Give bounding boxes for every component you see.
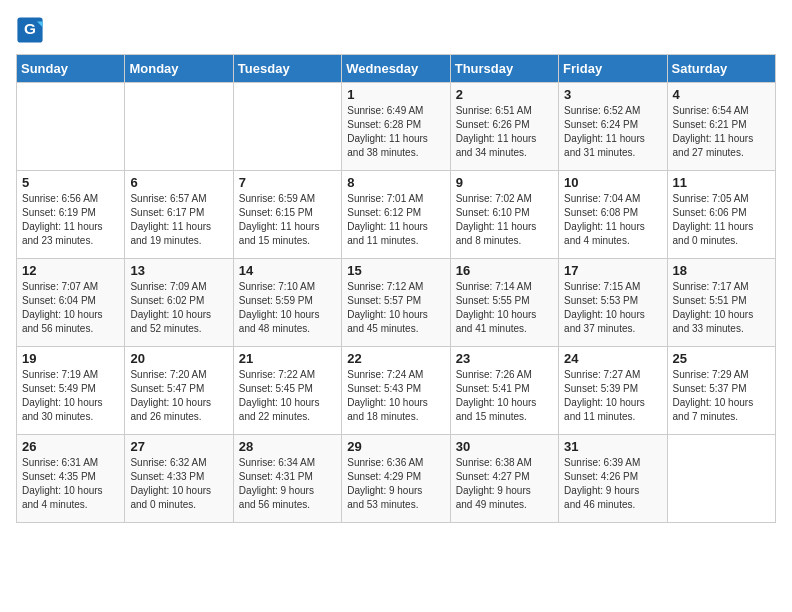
day-number: 16	[456, 263, 553, 278]
day-number: 12	[22, 263, 119, 278]
calendar-week-row: 19Sunrise: 7:19 AMSunset: 5:49 PMDayligh…	[17, 347, 776, 435]
column-header-tuesday: Tuesday	[233, 55, 341, 83]
day-info: Sunrise: 6:49 AMSunset: 6:28 PMDaylight:…	[347, 104, 444, 160]
calendar-cell: 5Sunrise: 6:56 AMSunset: 6:19 PMDaylight…	[17, 171, 125, 259]
calendar-cell: 23Sunrise: 7:26 AMSunset: 5:41 PMDayligh…	[450, 347, 558, 435]
calendar-cell: 22Sunrise: 7:24 AMSunset: 5:43 PMDayligh…	[342, 347, 450, 435]
calendar-cell: 25Sunrise: 7:29 AMSunset: 5:37 PMDayligh…	[667, 347, 775, 435]
day-info: Sunrise: 7:26 AMSunset: 5:41 PMDaylight:…	[456, 368, 553, 424]
calendar-cell: 19Sunrise: 7:19 AMSunset: 5:49 PMDayligh…	[17, 347, 125, 435]
calendar-cell: 27Sunrise: 6:32 AMSunset: 4:33 PMDayligh…	[125, 435, 233, 523]
calendar-cell: 15Sunrise: 7:12 AMSunset: 5:57 PMDayligh…	[342, 259, 450, 347]
day-info: Sunrise: 7:15 AMSunset: 5:53 PMDaylight:…	[564, 280, 661, 336]
day-number: 8	[347, 175, 444, 190]
column-header-wednesday: Wednesday	[342, 55, 450, 83]
day-number: 25	[673, 351, 770, 366]
day-info: Sunrise: 7:12 AMSunset: 5:57 PMDaylight:…	[347, 280, 444, 336]
svg-text:G: G	[24, 20, 36, 37]
day-info: Sunrise: 7:24 AMSunset: 5:43 PMDaylight:…	[347, 368, 444, 424]
day-info: Sunrise: 7:04 AMSunset: 6:08 PMDaylight:…	[564, 192, 661, 248]
column-header-friday: Friday	[559, 55, 667, 83]
day-info: Sunrise: 6:36 AMSunset: 4:29 PMDaylight:…	[347, 456, 444, 512]
day-number: 26	[22, 439, 119, 454]
day-number: 4	[673, 87, 770, 102]
calendar-cell: 7Sunrise: 6:59 AMSunset: 6:15 PMDaylight…	[233, 171, 341, 259]
day-info: Sunrise: 7:09 AMSunset: 6:02 PMDaylight:…	[130, 280, 227, 336]
day-info: Sunrise: 6:56 AMSunset: 6:19 PMDaylight:…	[22, 192, 119, 248]
day-number: 27	[130, 439, 227, 454]
day-number: 23	[456, 351, 553, 366]
day-info: Sunrise: 7:07 AMSunset: 6:04 PMDaylight:…	[22, 280, 119, 336]
calendar-cell	[667, 435, 775, 523]
day-info: Sunrise: 7:02 AMSunset: 6:10 PMDaylight:…	[456, 192, 553, 248]
day-info: Sunrise: 6:52 AMSunset: 6:24 PMDaylight:…	[564, 104, 661, 160]
calendar-cell: 20Sunrise: 7:20 AMSunset: 5:47 PMDayligh…	[125, 347, 233, 435]
day-number: 13	[130, 263, 227, 278]
day-number: 14	[239, 263, 336, 278]
day-number: 19	[22, 351, 119, 366]
day-info: Sunrise: 7:10 AMSunset: 5:59 PMDaylight:…	[239, 280, 336, 336]
day-number: 11	[673, 175, 770, 190]
calendar-cell: 21Sunrise: 7:22 AMSunset: 5:45 PMDayligh…	[233, 347, 341, 435]
column-header-saturday: Saturday	[667, 55, 775, 83]
calendar-cell: 26Sunrise: 6:31 AMSunset: 4:35 PMDayligh…	[17, 435, 125, 523]
day-info: Sunrise: 7:17 AMSunset: 5:51 PMDaylight:…	[673, 280, 770, 336]
day-number: 20	[130, 351, 227, 366]
calendar-cell: 31Sunrise: 6:39 AMSunset: 4:26 PMDayligh…	[559, 435, 667, 523]
calendar-week-row: 26Sunrise: 6:31 AMSunset: 4:35 PMDayligh…	[17, 435, 776, 523]
day-number: 22	[347, 351, 444, 366]
calendar-cell	[17, 83, 125, 171]
day-info: Sunrise: 7:29 AMSunset: 5:37 PMDaylight:…	[673, 368, 770, 424]
day-info: Sunrise: 6:39 AMSunset: 4:26 PMDaylight:…	[564, 456, 661, 512]
logo-icon: G	[16, 16, 44, 44]
calendar-cell	[125, 83, 233, 171]
day-number: 31	[564, 439, 661, 454]
day-info: Sunrise: 7:22 AMSunset: 5:45 PMDaylight:…	[239, 368, 336, 424]
day-info: Sunrise: 6:34 AMSunset: 4:31 PMDaylight:…	[239, 456, 336, 512]
column-header-monday: Monday	[125, 55, 233, 83]
calendar-cell: 24Sunrise: 7:27 AMSunset: 5:39 PMDayligh…	[559, 347, 667, 435]
calendar-week-row: 12Sunrise: 7:07 AMSunset: 6:04 PMDayligh…	[17, 259, 776, 347]
calendar-cell	[233, 83, 341, 171]
page-header: G	[16, 16, 776, 44]
day-info: Sunrise: 6:38 AMSunset: 4:27 PMDaylight:…	[456, 456, 553, 512]
day-number: 18	[673, 263, 770, 278]
day-number: 10	[564, 175, 661, 190]
calendar-cell: 2Sunrise: 6:51 AMSunset: 6:26 PMDaylight…	[450, 83, 558, 171]
calendar-table: SundayMondayTuesdayWednesdayThursdayFrid…	[16, 54, 776, 523]
calendar-cell: 14Sunrise: 7:10 AMSunset: 5:59 PMDayligh…	[233, 259, 341, 347]
day-info: Sunrise: 7:19 AMSunset: 5:49 PMDaylight:…	[22, 368, 119, 424]
calendar-header-row: SundayMondayTuesdayWednesdayThursdayFrid…	[17, 55, 776, 83]
calendar-cell: 16Sunrise: 7:14 AMSunset: 5:55 PMDayligh…	[450, 259, 558, 347]
calendar-cell: 18Sunrise: 7:17 AMSunset: 5:51 PMDayligh…	[667, 259, 775, 347]
day-number: 28	[239, 439, 336, 454]
day-info: Sunrise: 7:27 AMSunset: 5:39 PMDaylight:…	[564, 368, 661, 424]
calendar-cell: 4Sunrise: 6:54 AMSunset: 6:21 PMDaylight…	[667, 83, 775, 171]
calendar-cell: 12Sunrise: 7:07 AMSunset: 6:04 PMDayligh…	[17, 259, 125, 347]
day-info: Sunrise: 7:20 AMSunset: 5:47 PMDaylight:…	[130, 368, 227, 424]
day-number: 5	[22, 175, 119, 190]
day-number: 17	[564, 263, 661, 278]
calendar-cell: 1Sunrise: 6:49 AMSunset: 6:28 PMDaylight…	[342, 83, 450, 171]
calendar-cell: 3Sunrise: 6:52 AMSunset: 6:24 PMDaylight…	[559, 83, 667, 171]
calendar-cell: 10Sunrise: 7:04 AMSunset: 6:08 PMDayligh…	[559, 171, 667, 259]
day-info: Sunrise: 6:31 AMSunset: 4:35 PMDaylight:…	[22, 456, 119, 512]
day-info: Sunrise: 7:05 AMSunset: 6:06 PMDaylight:…	[673, 192, 770, 248]
day-number: 30	[456, 439, 553, 454]
day-info: Sunrise: 7:01 AMSunset: 6:12 PMDaylight:…	[347, 192, 444, 248]
day-number: 29	[347, 439, 444, 454]
calendar-week-row: 5Sunrise: 6:56 AMSunset: 6:19 PMDaylight…	[17, 171, 776, 259]
calendar-cell: 13Sunrise: 7:09 AMSunset: 6:02 PMDayligh…	[125, 259, 233, 347]
calendar-cell: 9Sunrise: 7:02 AMSunset: 6:10 PMDaylight…	[450, 171, 558, 259]
day-number: 2	[456, 87, 553, 102]
day-info: Sunrise: 6:54 AMSunset: 6:21 PMDaylight:…	[673, 104, 770, 160]
calendar-cell: 28Sunrise: 6:34 AMSunset: 4:31 PMDayligh…	[233, 435, 341, 523]
day-info: Sunrise: 7:14 AMSunset: 5:55 PMDaylight:…	[456, 280, 553, 336]
day-number: 15	[347, 263, 444, 278]
calendar-cell: 17Sunrise: 7:15 AMSunset: 5:53 PMDayligh…	[559, 259, 667, 347]
column-header-sunday: Sunday	[17, 55, 125, 83]
column-header-thursday: Thursday	[450, 55, 558, 83]
day-number: 3	[564, 87, 661, 102]
day-info: Sunrise: 6:59 AMSunset: 6:15 PMDaylight:…	[239, 192, 336, 248]
calendar-week-row: 1Sunrise: 6:49 AMSunset: 6:28 PMDaylight…	[17, 83, 776, 171]
